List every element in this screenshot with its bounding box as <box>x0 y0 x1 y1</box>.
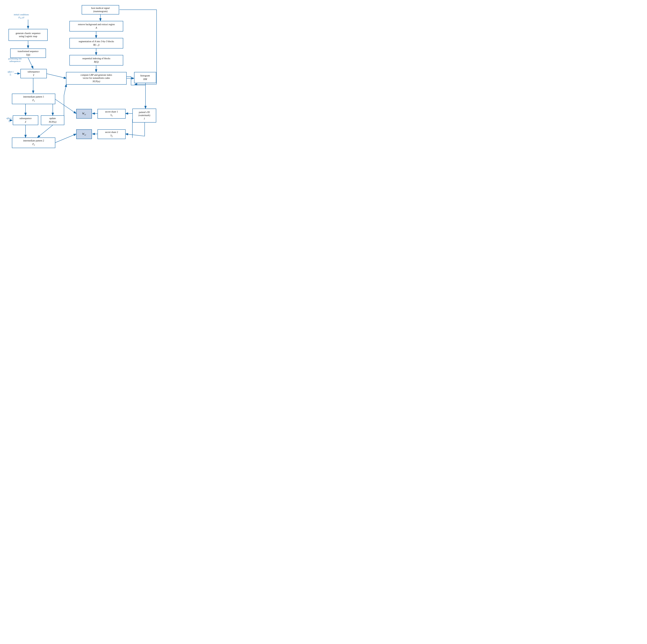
box-histogram: histogram HM <box>134 72 156 83</box>
box-patient-id: patient's ID(watermark) I <box>132 109 156 123</box>
arrow-nup-to-lbp <box>64 84 66 116</box>
box-update-nup: update NUP(α) <box>41 116 64 125</box>
box-segmentation: segmentation of A into 3-by-3 blocks B(i… <box>69 38 123 49</box>
box-ws2: Ws2 <box>76 129 92 139</box>
label-offset1: offset 1f1 <box>5 71 16 76</box>
arrow-inter1-to-ws1 <box>55 99 76 114</box>
arrow-nup-to-inter2 <box>38 125 53 138</box>
box-subsequence-y: subsequence Y <box>20 69 47 78</box>
label-initial-conditions: initial conditions (L0, μ) <box>8 13 34 19</box>
box-sequential-indexing: sequential indexing of blocks B(Q) <box>69 55 123 66</box>
box-host-signal: host medical signal(mammogram) <box>82 5 119 14</box>
box-intermediate1: intermediate pattern 1 P1 <box>12 94 55 104</box>
arrow-y-to-lbp <box>46 74 66 78</box>
box-remove-bg: remove background and extract region A <box>69 21 123 31</box>
box-generate-chaotic: generate chaotic sequenceusing Logistic … <box>8 29 48 41</box>
box-secret1: secret share 1 S1 <box>97 109 126 119</box>
box-ws1: Ws1 <box>76 109 92 119</box>
label-partitioning: partitioning intosubsequences <box>5 58 25 63</box>
box-compute-lbp: compute LBP and generate indexvector for… <box>66 72 127 85</box>
box-transformed-seq: transformed sequence T(β) <box>10 49 46 58</box>
box-subsequence-z: subsequence Z <box>13 116 38 125</box>
arrow-trans-to-y <box>28 58 33 69</box>
flowchart-diagram: initial conditions (L0, μ) generate chao… <box>3 3 158 163</box>
box-secret2: secret share 2 S2 <box>97 129 126 139</box>
box-intermediate2: intermediate pattern 2 P2 <box>12 138 55 148</box>
arrow-inter2-to-ws2 <box>55 134 76 143</box>
